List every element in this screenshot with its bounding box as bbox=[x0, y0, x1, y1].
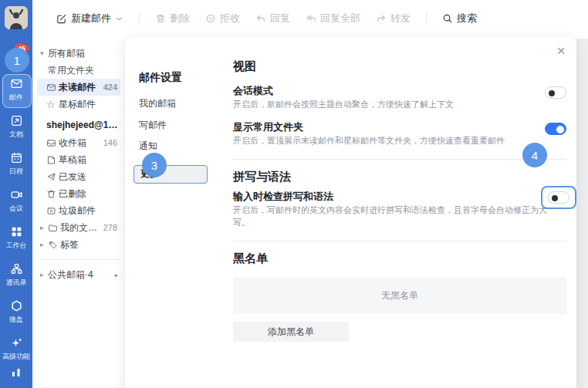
search-button[interactable]: 搜索 bbox=[442, 12, 477, 25]
sidebar-item-starred[interactable]: ☆ 星标邮件 bbox=[37, 96, 120, 113]
caret-right-icon[interactable]: ▸ bbox=[40, 241, 48, 248]
caret-down-icon[interactable]: ▾ bbox=[40, 49, 48, 57]
search-icon bbox=[442, 13, 453, 24]
rail-item-advanced[interactable]: 高级功能 bbox=[0, 330, 32, 367]
forward-icon bbox=[376, 13, 387, 24]
conversation-toggle[interactable] bbox=[545, 86, 566, 99]
account-email[interactable]: shejhejeed@123.zr... bbox=[37, 116, 120, 134]
reply-all-label: 回复全部 bbox=[320, 12, 360, 25]
rail-item-calendar[interactable]: 日程 bbox=[0, 145, 32, 182]
rail-item-label: 邮件 bbox=[9, 93, 23, 103]
draft-icon bbox=[46, 155, 59, 165]
settings-title: 邮件设置 bbox=[139, 71, 182, 85]
rail-item-label: 高级功能 bbox=[2, 352, 30, 362]
section-view-header: 视图 bbox=[233, 59, 566, 74]
sidebar-item-tags[interactable]: ▸ 标签 bbox=[37, 236, 120, 253]
compose-icon bbox=[56, 13, 67, 25]
rail-item-drive[interactable]: 微盘 bbox=[0, 293, 32, 330]
spellcheck-toggle[interactable] bbox=[548, 191, 569, 204]
tag-icon bbox=[48, 240, 60, 250]
toolbar-divider bbox=[139, 13, 140, 24]
unread-count: 424 bbox=[103, 83, 117, 92]
forward-button[interactable]: 转发 bbox=[376, 12, 411, 25]
delete-label: 删除 bbox=[170, 12, 190, 25]
tutorial-step-1-badge: 1 bbox=[5, 48, 29, 73]
contacts-org-icon bbox=[10, 262, 23, 275]
chevron-down-icon bbox=[115, 15, 123, 23]
sidebar-item-my-folders[interactable]: ▸ 我的文件夹 278 bbox=[37, 219, 120, 236]
rail-item-label: 通讯录 bbox=[6, 278, 27, 288]
sent-icon bbox=[46, 172, 59, 182]
rail-nav: 邮件 文档 日程 会议 bbox=[0, 71, 32, 367]
reply-label: 回复 bbox=[270, 12, 290, 25]
common-folders-toggle[interactable] bbox=[545, 123, 566, 135]
forward-label: 转发 bbox=[390, 12, 411, 25]
reject-button[interactable]: 拒收 bbox=[205, 12, 240, 25]
inbox-label: 收件箱 bbox=[59, 137, 100, 150]
settings-menu-my-mailbox[interactable]: 我的邮箱 bbox=[139, 97, 176, 110]
rail-item-workbench[interactable]: 工作台 bbox=[0, 219, 32, 256]
spellcheck-desc: 开启后，写邮件时的英文内容会实时进行拼写和语法检查，且首字母会自动修正为大写。 bbox=[233, 204, 557, 228]
conversation-desc: 开启后，新邮件会按照主题自动聚合，方便快速了解上下文 bbox=[233, 98, 536, 110]
rail-item-docs[interactable]: 文档 bbox=[0, 108, 32, 145]
rail-item-label: 日程 bbox=[9, 167, 23, 177]
app-window: 45 邮件 文档 日程 bbox=[0, 0, 588, 388]
my-folders-count: 278 bbox=[103, 223, 117, 232]
sent-label: 已发送 bbox=[59, 170, 117, 184]
trash-icon bbox=[46, 189, 59, 199]
rail-item-label: 微盘 bbox=[9, 315, 23, 325]
rail-item-contacts[interactable]: 通讯录 bbox=[0, 256, 32, 293]
settings-menu-compose[interactable]: 写邮件 bbox=[139, 119, 167, 132]
common-folders-desc: 开启后，置顶展示未读邮件和星标邮件等文件夹，方便快速查看重要邮件 bbox=[233, 134, 536, 147]
toolbar-divider bbox=[426, 13, 427, 24]
rail-analytics-button[interactable] bbox=[0, 366, 32, 379]
sidebar-item-public-mailbox[interactable]: ▸ 公共邮箱·4 ● bbox=[37, 266, 120, 283]
block-icon bbox=[205, 13, 216, 24]
caret-right-icon[interactable]: ▸ bbox=[40, 224, 48, 231]
star-icon: ☆ bbox=[46, 100, 59, 110]
dimmed-content-backdrop bbox=[576, 39, 588, 388]
sidebar-item-spam[interactable]: 垃圾邮件 bbox=[37, 202, 120, 219]
sidebar-item-all-mailboxes[interactable]: ▾ 所有邮箱 bbox=[37, 45, 120, 62]
sidebar-item-inbox[interactable]: 收件箱 146 bbox=[37, 134, 120, 151]
conversation-title: 会话模式 bbox=[233, 85, 536, 97]
starred-label: 星标邮件 bbox=[59, 98, 117, 111]
drafts-label: 草稿箱 bbox=[59, 154, 117, 167]
sidebar-item-drafts[interactable]: 草稿箱 bbox=[37, 151, 120, 168]
reply-all-button[interactable]: 回复全部 bbox=[306, 12, 360, 25]
deleted-label: 已删除 bbox=[59, 187, 117, 201]
setting-row-conversation: 会话模式 开启后，新邮件会按照主题自动聚合，方便快速了解上下文 bbox=[233, 85, 566, 110]
caret-right-icon[interactable]: ▸ bbox=[40, 271, 48, 278]
sidebar-item-sent[interactable]: 已发送 bbox=[37, 168, 120, 185]
sidebar-item-deleted[interactable]: 已删除 bbox=[37, 185, 120, 202]
mail-toolbar: 新建邮件 删除 拒收 回复 回复全部 转发 搜索 bbox=[32, 0, 588, 37]
settings-menu-notifications[interactable]: 通知 bbox=[139, 140, 157, 153]
video-meeting-icon bbox=[10, 188, 23, 201]
add-blacklist-button[interactable]: 添加黑名单 bbox=[233, 322, 349, 342]
tags-label: 标签 bbox=[60, 238, 117, 251]
delete-button[interactable]: 删除 bbox=[155, 12, 190, 25]
inbox-icon bbox=[46, 138, 59, 148]
reply-all-icon bbox=[306, 13, 316, 24]
notification-dot: ● bbox=[114, 272, 117, 278]
folder-icon bbox=[48, 223, 60, 233]
reply-button[interactable]: 回复 bbox=[255, 12, 290, 25]
all-mailboxes-label: 所有邮箱 bbox=[48, 47, 117, 60]
blacklist-empty-state: 无黑名单 bbox=[233, 277, 566, 314]
tutorial-step-4-badge: 4 bbox=[522, 143, 547, 167]
rail-item-label: 文档 bbox=[9, 130, 23, 140]
reject-label: 拒收 bbox=[220, 12, 240, 25]
rail-item-meeting[interactable]: 会议 bbox=[0, 182, 32, 219]
compose-button[interactable]: 新建邮件 bbox=[56, 12, 123, 25]
tutorial-highlight-box bbox=[541, 186, 576, 209]
sparkle-icon bbox=[10, 336, 23, 349]
public-mailbox-label: 公共邮箱·4 bbox=[48, 268, 111, 282]
spam-label: 垃圾邮件 bbox=[59, 204, 117, 218]
section-divider bbox=[233, 159, 566, 160]
avatar[interactable] bbox=[5, 6, 28, 29]
rail-item-mail[interactable]: 邮件 bbox=[0, 71, 32, 108]
tutorial-step-3-badge: 3 bbox=[142, 153, 167, 177]
avatar-person-icon bbox=[5, 6, 28, 29]
docs-icon bbox=[10, 114, 23, 127]
sidebar-item-unread[interactable]: 未读邮件 424 bbox=[37, 79, 120, 96]
